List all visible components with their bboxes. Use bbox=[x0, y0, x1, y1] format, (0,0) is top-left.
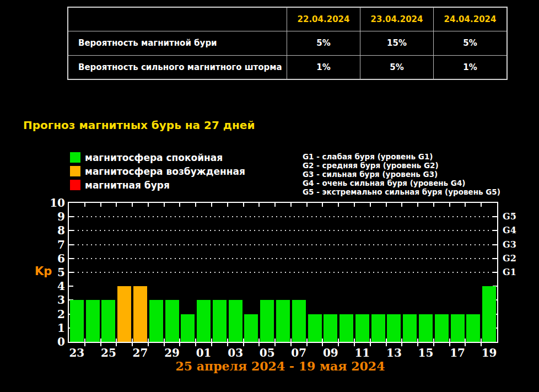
x-tick-bottom-in bbox=[100, 339, 101, 342]
table-header-row: 22.04.2024 23.04.2024 24.04.2024 bbox=[68, 7, 507, 31]
kp-bar-day-17 bbox=[451, 314, 465, 342]
x-tick-bottom-out bbox=[481, 343, 482, 346]
y-tick-right bbox=[493, 230, 497, 231]
g-level-line: G1 - слабая буря (уровень G1) bbox=[303, 152, 500, 161]
legend-label: магнитная буря bbox=[85, 180, 170, 191]
x-tick-bottom-in bbox=[274, 339, 276, 342]
x-tick-bottom-out bbox=[354, 343, 355, 346]
gridline-G2 bbox=[69, 258, 497, 259]
x-tick-top bbox=[132, 203, 133, 207]
kp-bar-day-13 bbox=[387, 314, 401, 342]
probability-value: 15% bbox=[360, 31, 434, 55]
x-tick-bottom-out bbox=[116, 343, 117, 346]
x-axis-label: 29 bbox=[155, 346, 188, 359]
legend-label: магнитосфера возбужденная bbox=[85, 166, 245, 177]
x-tick-bottom-out bbox=[290, 343, 292, 346]
y-tick-left bbox=[69, 216, 73, 217]
right-axis-label-G2: G2 bbox=[503, 254, 516, 263]
kp-bar-day-27 bbox=[133, 286, 147, 342]
x-axis-label: 13 bbox=[378, 346, 411, 359]
gridline-G4 bbox=[69, 230, 497, 231]
kp-bar-day-19 bbox=[482, 286, 496, 342]
x-tick-top bbox=[227, 203, 228, 207]
x-axis-label: 03 bbox=[219, 346, 252, 359]
x-tick-top bbox=[100, 203, 101, 207]
x-axis-label: 11 bbox=[346, 346, 379, 359]
x-tick-bottom-out bbox=[306, 343, 308, 346]
table-row: Вероятность магнитной бури 5% 15% 5% bbox=[68, 31, 507, 55]
magnetic-storm-forecast-page: 22.04.2024 23.04.2024 24.04.2024 Вероятн… bbox=[0, 0, 539, 392]
row-label: Вероятность сильного магнитного шторма bbox=[68, 55, 287, 79]
gridline-G3 bbox=[69, 244, 497, 245]
x-tick-bottom-out bbox=[386, 343, 387, 346]
kp-bar-day-01 bbox=[197, 300, 211, 342]
x-tick-top bbox=[417, 203, 418, 207]
x-tick-bottom-out bbox=[164, 343, 165, 346]
x-tick-bottom-in bbox=[290, 339, 292, 342]
legend-label: магнитосфера спокойная bbox=[85, 152, 223, 163]
probability-value: 1% bbox=[434, 55, 508, 79]
x-tick-top bbox=[354, 203, 355, 207]
x-tick-bottom-in bbox=[449, 339, 450, 342]
y-axis-label: 5 bbox=[33, 266, 65, 278]
y-axis-label: 8 bbox=[33, 224, 65, 237]
x-tick-bottom-in bbox=[116, 339, 117, 342]
kp-bar-day-18 bbox=[466, 314, 480, 342]
legend-item-quiet: магнитосфера спокойная bbox=[70, 151, 245, 164]
kp-bar-day-15 bbox=[419, 314, 433, 342]
x-tick-bottom-in bbox=[465, 339, 466, 342]
y-axis-label: 3 bbox=[33, 294, 65, 306]
storm-probability-table: 22.04.2024 23.04.2024 24.04.2024 Вероятн… bbox=[67, 7, 508, 80]
probability-value: 5% bbox=[360, 55, 434, 79]
storm-color-swatch bbox=[70, 180, 80, 190]
x-tick-bottom-in bbox=[306, 339, 308, 342]
page-title: Прогноз магнитных бурь на 27 дней bbox=[23, 119, 255, 132]
kp-bar-day-10 bbox=[339, 314, 353, 342]
x-tick-bottom-out bbox=[148, 343, 149, 346]
kp-bar-day-24 bbox=[86, 300, 100, 342]
x-tick-top bbox=[370, 203, 371, 207]
right-axis-label-G4: G4 bbox=[503, 225, 516, 235]
probability-value: 5% bbox=[434, 31, 508, 55]
x-axis-label: 15 bbox=[409, 346, 443, 359]
x-tick-bottom-in bbox=[84, 339, 85, 342]
y-tick-left bbox=[69, 299, 73, 300]
x-tick-bottom-out bbox=[227, 343, 228, 346]
g-level-line: G5 - экстремально сильная буря (уровень … bbox=[303, 187, 500, 196]
g-level-line: G4 - очень сильная буря (уровень G4) bbox=[303, 179, 500, 187]
gridline-G1 bbox=[69, 272, 497, 273]
x-tick-bottom-out bbox=[132, 343, 133, 346]
y-tick-right bbox=[493, 314, 497, 315]
y-tick-right bbox=[493, 244, 497, 245]
table-row: Вероятность сильного магнитного шторма 1… bbox=[68, 55, 507, 79]
y-axis-label: 1 bbox=[33, 322, 65, 334]
x-tick-bottom-out bbox=[100, 343, 101, 346]
y-tick-left bbox=[69, 314, 73, 315]
x-tick-top bbox=[306, 203, 308, 207]
x-axis-label: 01 bbox=[187, 346, 220, 359]
kp-bar-day-08 bbox=[308, 314, 322, 342]
y-tick-right bbox=[493, 327, 497, 329]
kp-bar-day-23 bbox=[70, 300, 84, 342]
y-tick-left bbox=[69, 272, 73, 273]
x-tick-top bbox=[465, 203, 466, 207]
y-axis-label: 2 bbox=[33, 308, 65, 320]
y-axis-label: 10 bbox=[33, 197, 65, 209]
y-axis-label: 4 bbox=[33, 280, 65, 292]
x-tick-bottom-out bbox=[401, 343, 402, 346]
x-tick-bottom-out bbox=[417, 343, 418, 346]
x-tick-top bbox=[481, 203, 482, 207]
right-axis-label-G1: G1 bbox=[503, 267, 516, 277]
date-header: 22.04.2024 bbox=[287, 7, 360, 31]
probability-value: 1% bbox=[287, 55, 360, 79]
y-tick-left bbox=[69, 230, 73, 231]
kp-bar-day-26 bbox=[117, 286, 131, 342]
x-tick-top bbox=[84, 203, 85, 207]
x-tick-bottom-in bbox=[132, 339, 133, 342]
x-tick-top bbox=[338, 203, 339, 207]
y-axis-label: 0 bbox=[33, 336, 65, 348]
x-tick-bottom-out bbox=[195, 343, 196, 346]
table-corner-cell bbox=[68, 7, 287, 31]
quiet-color-swatch bbox=[70, 152, 80, 163]
x-tick-bottom-out bbox=[449, 343, 450, 346]
